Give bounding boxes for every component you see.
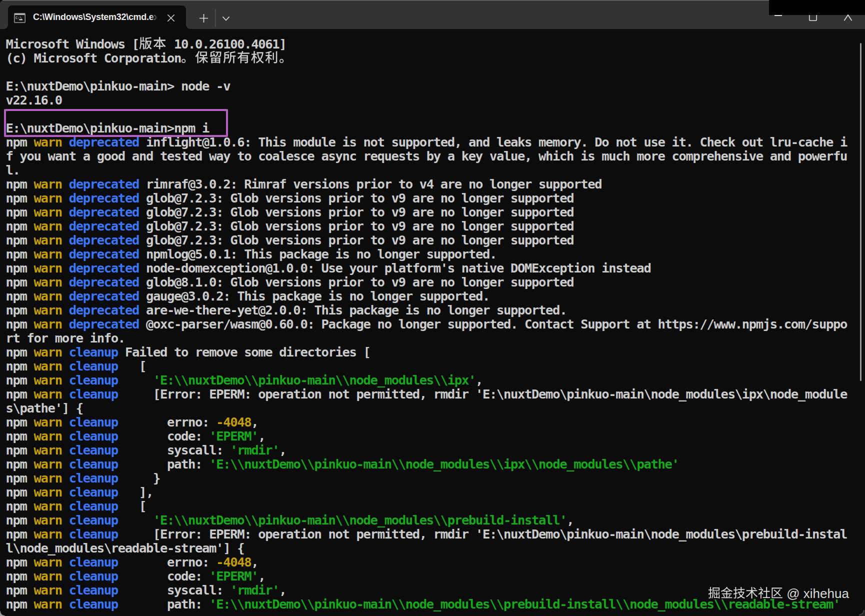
- svg-text:C:\: C:\: [16, 16, 22, 20]
